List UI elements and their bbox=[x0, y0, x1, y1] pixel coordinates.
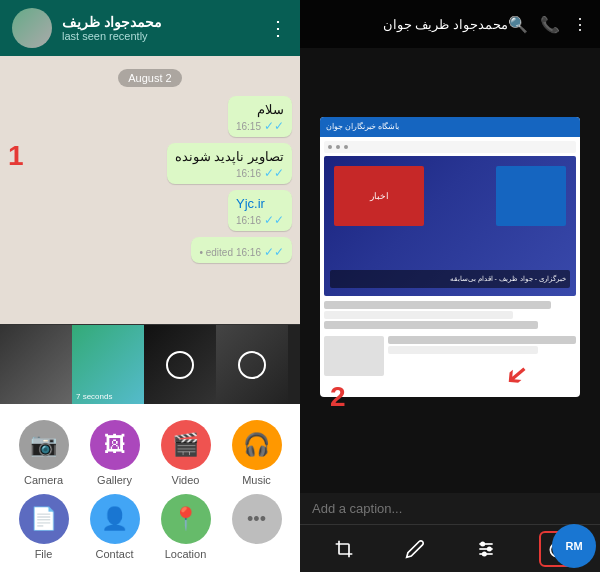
message-bubble: سلام 16:15 ✓✓ bbox=[228, 96, 292, 137]
right-panel-header: محمدجواد ظریف جوان 🔍 📞 ⋮ bbox=[300, 0, 600, 48]
chat-name: محمدجواد ظریف bbox=[62, 14, 258, 30]
action-row-2: 📄 File 👤 Contact 📍 Location ••• bbox=[0, 490, 300, 564]
chat-messages: August 2 سلام 16:15 ✓✓ تصاویر ناپدید شون… bbox=[0, 56, 300, 324]
photo-thumb-2[interactable]: 7 seconds bbox=[72, 325, 144, 404]
action-music[interactable]: 🎧 Music bbox=[229, 420, 285, 486]
chat-header: محمدجواد ظریف last seen recently ⋮ bbox=[0, 0, 300, 56]
call-icon[interactable]: 📞 bbox=[540, 15, 560, 34]
image-preview: باشگاه خبرنگاران جوان اخبار bbox=[300, 0, 600, 493]
search-icon[interactable]: 🔍 bbox=[508, 15, 528, 34]
pen-button[interactable] bbox=[397, 531, 433, 567]
photo-thumb-3[interactable] bbox=[144, 325, 216, 404]
action-contact[interactable]: 👤 Contact bbox=[87, 494, 143, 560]
left-panel: محمدجواد ظریف last seen recently ⋮ Augus… bbox=[0, 0, 300, 572]
camera-icon: 📷 bbox=[19, 420, 69, 470]
more-options-icon[interactable]: ⋮ bbox=[268, 16, 288, 40]
chat-header-info: محمدجواد ظریف last seen recently bbox=[62, 14, 258, 42]
message-bubble: • edited 16:16 ✓✓ bbox=[191, 237, 292, 263]
contact-icon: 👤 bbox=[90, 494, 140, 544]
gallery-icon: 🖼 bbox=[90, 420, 140, 470]
photo-thumb-1[interactable] bbox=[0, 325, 72, 404]
edited-label: • edited bbox=[199, 247, 233, 258]
more-icon: ••• bbox=[232, 494, 282, 544]
marker-2: 2 bbox=[330, 381, 346, 413]
action-more[interactable]: ••• bbox=[229, 494, 285, 560]
avatar bbox=[12, 8, 52, 48]
action-row-1: 📷 Camera 🖼 Gallery 🎬 Video 🎧 Music bbox=[0, 416, 300, 490]
camera-label: Camera bbox=[24, 474, 63, 486]
message-link[interactable]: Yjc.ir bbox=[236, 196, 284, 211]
music-icon: 🎧 bbox=[232, 420, 282, 470]
marker-1: 1 bbox=[8, 140, 24, 172]
send-button[interactable]: RM bbox=[552, 524, 596, 568]
right-header-title: محمدجواد ظریف جوان bbox=[312, 17, 508, 32]
location-label: Location bbox=[165, 548, 207, 560]
message-bubble: Yjc.ir 16:16 ✓✓ bbox=[228, 190, 292, 231]
gallery-label: Gallery bbox=[97, 474, 132, 486]
photo-strip[interactable]: 7 seconds bbox=[0, 324, 300, 404]
date-badge: August 2 bbox=[8, 68, 292, 86]
crop-button[interactable] bbox=[326, 531, 362, 567]
caption-bar bbox=[300, 493, 600, 524]
action-sheet: 📷 Camera 🖼 Gallery 🎬 Video 🎧 Music 📄 Fil… bbox=[0, 404, 300, 572]
svg-point-6 bbox=[482, 552, 485, 555]
caption-input[interactable] bbox=[312, 501, 588, 516]
file-icon: 📄 bbox=[19, 494, 69, 544]
message-text: تصاویر ناپدید شونده bbox=[175, 149, 284, 164]
video-label: Video bbox=[172, 474, 200, 486]
video-icon: 🎬 bbox=[161, 420, 211, 470]
contact-label: Contact bbox=[96, 548, 134, 560]
music-label: Music bbox=[242, 474, 271, 486]
svg-point-4 bbox=[481, 542, 484, 545]
action-location[interactable]: 📍 Location bbox=[158, 494, 214, 560]
action-video[interactable]: 🎬 Video bbox=[158, 420, 214, 486]
photo-thumb-4[interactable] bbox=[216, 325, 288, 404]
sliders-button[interactable] bbox=[468, 531, 504, 567]
file-label: File bbox=[35, 548, 53, 560]
action-file[interactable]: 📄 File bbox=[16, 494, 72, 560]
location-icon: 📍 bbox=[161, 494, 211, 544]
message-text: سلام bbox=[236, 102, 284, 117]
right-panel: محمدجواد ظریف جوان 🔍 📞 ⋮ باشگاه خبرنگارا… bbox=[300, 0, 600, 572]
svg-point-5 bbox=[487, 547, 490, 550]
right-header-icons: 🔍 📞 ⋮ bbox=[508, 15, 588, 34]
action-gallery[interactable]: 🖼 Gallery bbox=[87, 420, 143, 486]
menu-icon[interactable]: ⋮ bbox=[572, 15, 588, 34]
action-camera[interactable]: 📷 Camera bbox=[16, 420, 72, 486]
svg-rect-0 bbox=[339, 544, 349, 554]
message-bubble: تصاویر ناپدید شونده 16:16 ✓✓ bbox=[167, 143, 292, 184]
chat-status: last seen recently bbox=[62, 30, 258, 42]
rm-badge: RM bbox=[565, 540, 582, 552]
preview-image: باشگاه خبرنگاران جوان اخبار bbox=[320, 117, 580, 397]
